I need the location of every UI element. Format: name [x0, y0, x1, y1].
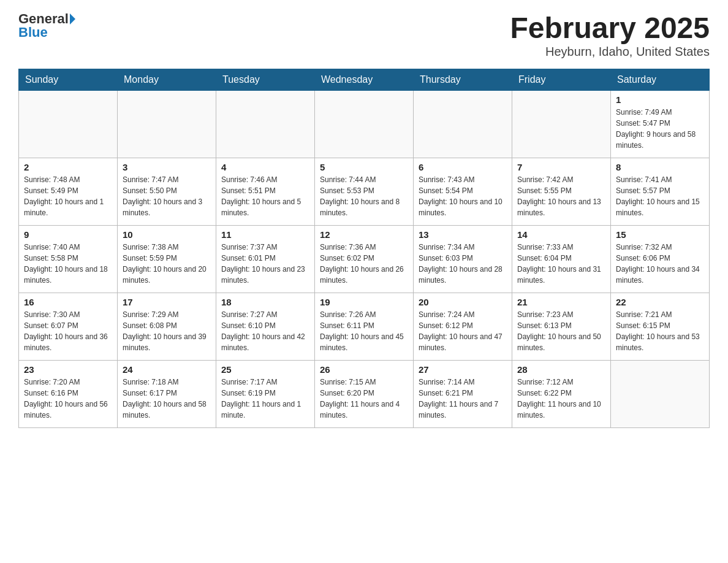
calendar-week-row: 9Sunrise: 7:40 AMSunset: 5:58 PMDaylight…: [19, 225, 710, 293]
day-number: 10: [123, 229, 211, 240]
day-info: Sunrise: 7:24 AMSunset: 6:12 PMDaylight:…: [419, 309, 507, 353]
day-number: 2: [24, 162, 112, 172]
day-number: 23: [24, 364, 112, 375]
table-row: [611, 360, 710, 427]
day-number: 9: [24, 229, 112, 240]
table-row: 6Sunrise: 7:43 AMSunset: 5:54 PMDaylight…: [414, 158, 512, 225]
day-number: 1: [616, 94, 704, 105]
day-info: Sunrise: 7:36 AMSunset: 6:02 PMDaylight:…: [320, 242, 408, 286]
day-info: Sunrise: 7:38 AMSunset: 5:59 PMDaylight:…: [123, 242, 211, 286]
table-row: 26Sunrise: 7:15 AMSunset: 6:20 PMDayligh…: [315, 360, 414, 427]
table-row: 13Sunrise: 7:34 AMSunset: 6:03 PMDayligh…: [414, 225, 512, 293]
col-saturday: Saturday: [611, 69, 710, 90]
calendar-header-row: Sunday Monday Tuesday Wednesday Thursday…: [19, 69, 710, 90]
col-thursday: Thursday: [414, 69, 512, 90]
table-row: 15Sunrise: 7:32 AMSunset: 6:06 PMDayligh…: [611, 225, 710, 293]
day-info: Sunrise: 7:14 AMSunset: 6:21 PMDaylight:…: [419, 377, 507, 421]
table-row: [118, 90, 216, 158]
logo-general-text: General: [18, 12, 69, 26]
day-number: 12: [320, 229, 408, 240]
day-info: Sunrise: 7:23 AMSunset: 6:13 PMDaylight:…: [517, 309, 605, 353]
day-number: 11: [221, 229, 309, 240]
day-info: Sunrise: 7:41 AMSunset: 5:57 PMDaylight:…: [616, 174, 704, 218]
day-number: 16: [24, 297, 112, 307]
day-info: Sunrise: 7:18 AMSunset: 6:17 PMDaylight:…: [123, 377, 211, 421]
calendar-week-row: 16Sunrise: 7:30 AMSunset: 6:07 PMDayligh…: [19, 293, 710, 360]
table-row: [414, 90, 512, 158]
day-number: 6: [419, 162, 507, 172]
calendar-week-row: 1Sunrise: 7:49 AMSunset: 5:47 PMDaylight…: [19, 90, 710, 158]
table-row: 28Sunrise: 7:12 AMSunset: 6:22 PMDayligh…: [512, 360, 611, 427]
day-info: Sunrise: 7:15 AMSunset: 6:20 PMDaylight:…: [320, 377, 408, 421]
day-number: 27: [419, 364, 507, 375]
table-row: 19Sunrise: 7:26 AMSunset: 6:11 PMDayligh…: [315, 293, 414, 360]
day-info: Sunrise: 7:32 AMSunset: 6:06 PMDaylight:…: [616, 242, 704, 286]
day-number: 8: [616, 162, 704, 172]
day-number: 15: [616, 229, 704, 240]
day-number: 5: [320, 162, 408, 172]
day-info: Sunrise: 7:47 AMSunset: 5:50 PMDaylight:…: [123, 174, 211, 218]
table-row: [315, 90, 414, 158]
day-info: Sunrise: 7:48 AMSunset: 5:49 PMDaylight:…: [24, 174, 112, 218]
table-row: 4Sunrise: 7:46 AMSunset: 5:51 PMDaylight…: [216, 158, 315, 225]
day-number: 7: [517, 162, 605, 172]
day-info: Sunrise: 7:33 AMSunset: 6:04 PMDaylight:…: [517, 242, 605, 286]
title-block: February 2025 Heyburn, Idaho, United Sta…: [510, 12, 710, 59]
day-info: Sunrise: 7:26 AMSunset: 6:11 PMDaylight:…: [320, 309, 408, 353]
col-wednesday: Wednesday: [315, 69, 414, 90]
table-row: 12Sunrise: 7:36 AMSunset: 6:02 PMDayligh…: [315, 225, 414, 293]
day-number: 18: [221, 297, 309, 307]
day-info: Sunrise: 7:27 AMSunset: 6:10 PMDaylight:…: [221, 309, 309, 353]
table-row: 5Sunrise: 7:44 AMSunset: 5:53 PMDaylight…: [315, 158, 414, 225]
table-row: 3Sunrise: 7:47 AMSunset: 5:50 PMDaylight…: [118, 158, 216, 225]
day-info: Sunrise: 7:42 AMSunset: 5:55 PMDaylight:…: [517, 174, 605, 218]
table-row: 17Sunrise: 7:29 AMSunset: 6:08 PMDayligh…: [118, 293, 216, 360]
table-row: 8Sunrise: 7:41 AMSunset: 5:57 PMDaylight…: [611, 158, 710, 225]
day-info: Sunrise: 7:37 AMSunset: 6:01 PMDaylight:…: [221, 242, 309, 286]
table-row: 20Sunrise: 7:24 AMSunset: 6:12 PMDayligh…: [414, 293, 512, 360]
day-info: Sunrise: 7:34 AMSunset: 6:03 PMDaylight:…: [419, 242, 507, 286]
table-row: [216, 90, 315, 158]
day-number: 25: [221, 364, 309, 375]
table-row: 11Sunrise: 7:37 AMSunset: 6:01 PMDayligh…: [216, 225, 315, 293]
day-info: Sunrise: 7:40 AMSunset: 5:58 PMDaylight:…: [24, 242, 112, 286]
col-sunday: Sunday: [19, 69, 118, 90]
day-number: 13: [419, 229, 507, 240]
page-header: General Blue February 2025 Heyburn, Idah…: [18, 12, 710, 59]
table-row: 7Sunrise: 7:42 AMSunset: 5:55 PMDaylight…: [512, 158, 611, 225]
table-row: 16Sunrise: 7:30 AMSunset: 6:07 PMDayligh…: [19, 293, 118, 360]
day-number: 19: [320, 297, 408, 307]
table-row: 24Sunrise: 7:18 AMSunset: 6:17 PMDayligh…: [118, 360, 216, 427]
day-info: Sunrise: 7:43 AMSunset: 5:54 PMDaylight:…: [419, 174, 507, 218]
table-row: 22Sunrise: 7:21 AMSunset: 6:15 PMDayligh…: [611, 293, 710, 360]
table-row: 1Sunrise: 7:49 AMSunset: 5:47 PMDaylight…: [611, 90, 710, 158]
day-number: 14: [517, 229, 605, 240]
table-row: 27Sunrise: 7:14 AMSunset: 6:21 PMDayligh…: [414, 360, 512, 427]
table-row: 9Sunrise: 7:40 AMSunset: 5:58 PMDaylight…: [19, 225, 118, 293]
table-row: 18Sunrise: 7:27 AMSunset: 6:10 PMDayligh…: [216, 293, 315, 360]
table-row: 21Sunrise: 7:23 AMSunset: 6:13 PMDayligh…: [512, 293, 611, 360]
table-row: 14Sunrise: 7:33 AMSunset: 6:04 PMDayligh…: [512, 225, 611, 293]
table-row: 25Sunrise: 7:17 AMSunset: 6:19 PMDayligh…: [216, 360, 315, 427]
col-friday: Friday: [512, 69, 611, 90]
day-info: Sunrise: 7:20 AMSunset: 6:16 PMDaylight:…: [24, 377, 112, 421]
day-info: Sunrise: 7:44 AMSunset: 5:53 PMDaylight:…: [320, 174, 408, 218]
logo-arrow-icon: [70, 13, 75, 25]
table-row: 10Sunrise: 7:38 AMSunset: 5:59 PMDayligh…: [118, 225, 216, 293]
table-row: [19, 90, 118, 158]
logo-blue-text: Blue: [18, 26, 48, 39]
day-info: Sunrise: 7:29 AMSunset: 6:08 PMDaylight:…: [123, 309, 211, 353]
day-number: 26: [320, 364, 408, 375]
table-row: 2Sunrise: 7:48 AMSunset: 5:49 PMDaylight…: [19, 158, 118, 225]
day-info: Sunrise: 7:46 AMSunset: 5:51 PMDaylight:…: [221, 174, 309, 218]
day-info: Sunrise: 7:49 AMSunset: 5:47 PMDaylight:…: [616, 107, 704, 151]
day-number: 3: [123, 162, 211, 172]
day-number: 4: [221, 162, 309, 172]
day-number: 21: [517, 297, 605, 307]
calendar-table: Sunday Monday Tuesday Wednesday Thursday…: [18, 69, 710, 428]
col-monday: Monday: [118, 69, 216, 90]
table-row: [512, 90, 611, 158]
day-info: Sunrise: 7:30 AMSunset: 6:07 PMDaylight:…: [24, 309, 112, 353]
day-number: 22: [616, 297, 704, 307]
day-info: Sunrise: 7:12 AMSunset: 6:22 PMDaylight:…: [517, 377, 605, 421]
